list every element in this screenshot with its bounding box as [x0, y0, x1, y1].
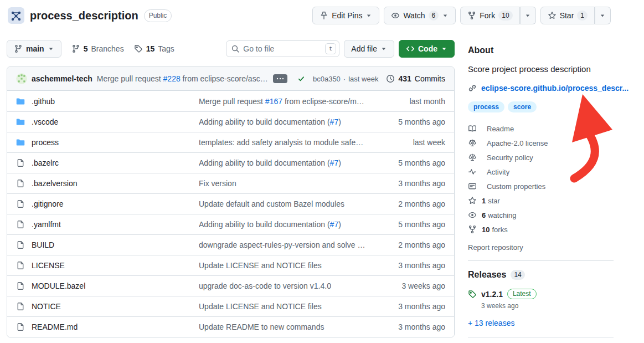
file-name-link[interactable]: .github [32, 97, 55, 106]
about-meta-item[interactable]: Custom properties [468, 179, 614, 193]
file-name-link[interactable]: .gitignore [32, 199, 64, 208]
branch-selector[interactable]: main [7, 40, 61, 58]
star-dropdown-button[interactable] [595, 7, 611, 24]
star-icon [548, 11, 557, 20]
about-meta-item[interactable]: 1 star [468, 193, 614, 208]
meta-count: 6 [482, 211, 486, 219]
commit-message-cell[interactable]: Adding ability to build documentation (#… [199, 220, 379, 229]
fork-button[interactable]: Fork 10 [460, 7, 519, 24]
topic-pill[interactable]: process [468, 101, 504, 112]
about-meta-item[interactable]: Apache-2.0 license [468, 136, 614, 150]
commit-message-cell[interactable]: Update default and custom Bazel modules [199, 199, 379, 208]
commit-date-cell: 3 months ago [379, 322, 445, 331]
releases-heading[interactable]: Releases [468, 270, 506, 280]
tag-icon [134, 44, 143, 53]
branch-name: main [26, 44, 44, 53]
table-row: .bazelversion Fix version 3 months ago [7, 173, 454, 193]
release-time: 3 weeks ago [481, 302, 537, 310]
branch-icon [71, 44, 80, 53]
pr-link[interactable]: #7 [330, 158, 339, 167]
file-name-link[interactable]: NOTICE [32, 302, 61, 311]
commit-message-cell[interactable]: Adding ability to build documentation (#… [199, 158, 379, 167]
commit-message-cell[interactable]: Merge pull request #167 from eclipse-sco… [199, 97, 379, 106]
content: main 5 Branches 15 Tags [0, 31, 644, 343]
commit-message-cell[interactable]: Update README to new commands [199, 322, 379, 331]
code-icon [406, 44, 415, 53]
pr-link[interactable]: #228 [163, 74, 181, 83]
meta-label: Custom properties [487, 182, 545, 191]
branch-icon [14, 44, 23, 53]
edit-pins-button[interactable]: Edit Pins [312, 7, 379, 24]
topic-pill[interactable]: score [508, 101, 537, 112]
commit-kebab-button[interactable] [273, 74, 287, 83]
about-meta-item[interactable]: Security policy [468, 150, 614, 165]
commit-author[interactable]: aschemmel-tech [32, 74, 92, 83]
tag-icon [468, 290, 477, 299]
repo-title[interactable]: process_description [30, 9, 138, 22]
code-button[interactable]: Code [399, 40, 455, 58]
file-name-link[interactable]: LICENSE [32, 261, 65, 270]
pr-link[interactable]: #167 [265, 97, 282, 106]
about-meta-item[interactable]: Activity [468, 165, 614, 179]
releases-count: 14 [511, 270, 524, 280]
file-name-link[interactable]: MODULE.bazel [32, 281, 85, 290]
book-icon [468, 124, 477, 133]
more-releases-link[interactable]: + 13 releases [468, 319, 514, 327]
commit-separator: · [343, 75, 346, 83]
file-name-link[interactable]: .yamlfmt [32, 220, 61, 229]
report-repository-link[interactable]: Report repository [468, 243, 614, 252]
goto-file-input[interactable] [226, 40, 339, 57]
commit-message-cell[interactable]: Update LICENSE and NOTICE files [199, 302, 379, 311]
file-table: aschemmel-tech Merge pull request #228 f… [7, 66, 455, 337]
release-name-row[interactable]: v1.2.1 Latest [481, 289, 537, 299]
commit-message-cell[interactable]: Update LICENSE and NOTICE files [199, 261, 379, 270]
star-count: 1 [577, 11, 588, 21]
commit-message-cell[interactable]: downgrade aspect-rules-py-version and so… [199, 240, 379, 249]
about-meta-item[interactable]: 6 watching [468, 208, 614, 222]
goto-file-wrap: t [226, 40, 339, 57]
file-icon [16, 179, 25, 188]
file-icon [16, 281, 25, 290]
fork-dropdown-button[interactable] [520, 7, 536, 24]
file-name-link[interactable]: .vscode [32, 117, 58, 126]
commit-message[interactable]: Merge pull request #228 from eclipse-sco… [97, 74, 269, 83]
file-name-link[interactable]: BUILD [32, 240, 54, 249]
header-actions: Edit Pins Watch 6 Fork 10 [312, 7, 611, 24]
about-meta-item[interactable]: 10 forks [468, 222, 614, 237]
commit-message-cell[interactable]: Adding ability to build documentation (#… [199, 117, 379, 126]
releases-title: Releases 14 [468, 270, 614, 280]
eye-icon [468, 211, 477, 219]
meta-label: star [488, 197, 500, 205]
eye-icon [391, 11, 400, 20]
commit-message-cell[interactable]: templates: add safety analysis to module… [199, 138, 379, 147]
commit-sha-link[interactable]: bc0a350 · last week [313, 75, 378, 83]
commit-author-avatar[interactable] [16, 73, 27, 84]
table-row: .gitignore Update default and custom Baz… [7, 193, 454, 214]
file-name-link[interactable]: README.md [32, 322, 78, 331]
add-file-button[interactable]: Add file [344, 40, 394, 58]
commit-message-cell[interactable]: upgrade doc-as-code to version v1.4.0 [199, 281, 379, 290]
note-icon [468, 182, 477, 191]
fork-icon [467, 11, 476, 20]
commit-history-link[interactable]: 431 Commits [386, 74, 445, 83]
website-link[interactable]: eclipse-score.github.io/process_descr... [481, 84, 628, 93]
kebab-icon [276, 78, 284, 80]
pr-link[interactable]: #7 [330, 117, 339, 126]
meta-label: watching [488, 211, 516, 219]
commit-message-cell[interactable]: Fix version [199, 179, 379, 188]
table-row: BUILD downgrade aspect-rules-py-version … [7, 234, 454, 255]
commit-date-cell: 5 months ago [379, 158, 445, 167]
tags-link[interactable]: 15 Tags [134, 44, 174, 53]
branches-link[interactable]: 5 Branches [71, 44, 124, 53]
repo-avatar[interactable] [8, 7, 24, 24]
pr-link[interactable]: #7 [330, 220, 339, 229]
star-button[interactable]: Star 1 [540, 7, 595, 24]
file-name-link[interactable]: .bazelrc [32, 158, 59, 167]
watch-button[interactable]: Watch 6 [384, 7, 456, 24]
file-name-link[interactable]: process [32, 138, 59, 147]
sidebar: About Score project process description … [468, 31, 614, 343]
file-name-link[interactable]: .bazelversion [32, 179, 78, 188]
commit-date-cell: 2 months ago [379, 240, 445, 249]
check-icon[interactable] [297, 75, 305, 83]
about-meta-item[interactable]: Readme [468, 121, 614, 136]
